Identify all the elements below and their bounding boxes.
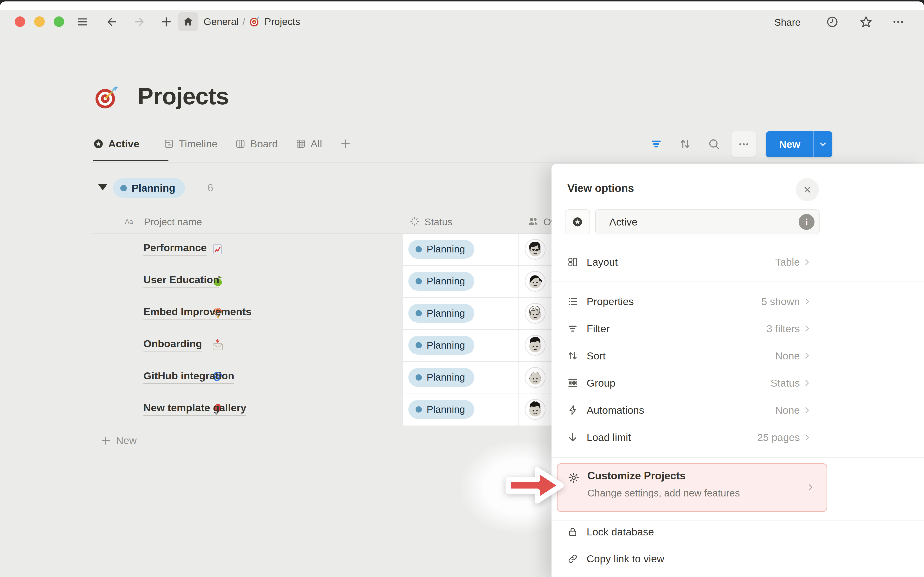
- panel-menu-item-properties[interactable]: Properties 5 shown: [551, 288, 924, 315]
- tab-icon: [163, 138, 174, 149]
- menu-item-value: Table: [775, 256, 800, 268]
- window-close-button[interactable]: [15, 16, 25, 27]
- avatar[interactable]: [525, 335, 546, 356]
- column-header-status[interactable]: Status: [425, 216, 452, 228]
- new-row-label: New: [116, 435, 137, 446]
- status-pill[interactable]: Planning: [408, 336, 474, 355]
- view-tab-timeline[interactable]: Timeline: [163, 138, 218, 150]
- view-name-input[interactable]: Active i: [595, 210, 819, 234]
- menu-item-icon: [567, 323, 578, 334]
- svg-text:Aa: Aa: [125, 218, 133, 225]
- info-icon[interactable]: i: [799, 214, 814, 230]
- view-more-button[interactable]: [732, 131, 756, 157]
- copy-link-item[interactable]: Copy link to view: [551, 545, 924, 572]
- page-icon-target[interactable]: [94, 85, 120, 111]
- panel-menu-item-filter[interactable]: Filter 3 filters: [551, 315, 924, 342]
- customize-projects-item[interactable]: Customize Projects Change settings, add …: [557, 463, 827, 512]
- table-row[interactable]: New template gallery Planning: [91, 393, 594, 425]
- status-pill[interactable]: Planning: [408, 400, 474, 419]
- project-name-link[interactable]: GitHub integration: [144, 370, 234, 384]
- status-label: Planning: [426, 372, 465, 383]
- status-label: Planning: [426, 308, 465, 319]
- sort-toolbar-icon[interactable]: [678, 137, 691, 150]
- panel-menu-item-sort[interactable]: Sort None: [551, 342, 924, 369]
- forward-icon[interactable]: [133, 15, 146, 28]
- view-tab-board[interactable]: Board: [235, 138, 278, 150]
- project-name-link[interactable]: New template gallery: [144, 402, 246, 416]
- avatar[interactable]: [525, 399, 546, 420]
- sidebar-menu-icon[interactable]: [76, 15, 89, 28]
- new-entry-label[interactable]: New: [766, 131, 814, 157]
- chevron-right-icon: [802, 257, 812, 267]
- avatar[interactable]: [525, 367, 546, 388]
- add-view-icon[interactable]: [339, 138, 352, 150]
- avatar[interactable]: [525, 303, 546, 324]
- ellipsis-icon: [738, 138, 750, 150]
- menu-item-icon: [567, 377, 578, 389]
- column-header-project-name[interactable]: Project name: [144, 216, 202, 228]
- breadcrumb-page[interactable]: Projects: [265, 16, 300, 27]
- window-minimize-button[interactable]: [34, 16, 45, 27]
- clock-icon[interactable]: [826, 15, 839, 28]
- project-name-link[interactable]: Performance: [144, 242, 207, 256]
- status-pill[interactable]: Planning: [408, 368, 474, 387]
- table-row[interactable]: GitHub integration Planning: [91, 361, 594, 393]
- page-title: Projects: [137, 83, 229, 110]
- table-new-row-button[interactable]: New: [100, 435, 137, 446]
- status-pill[interactable]: Planning: [408, 272, 474, 291]
- project-name-link[interactable]: User Education: [144, 274, 219, 287]
- notion-window: General / Projects Share Projects Active…: [0, 0, 924, 577]
- view-tab-all[interactable]: All: [295, 138, 322, 150]
- favorite-star-icon[interactable]: [859, 15, 873, 29]
- red-arrow-annotation: [504, 461, 565, 510]
- table-row[interactable]: Onboarding Planning: [91, 329, 594, 361]
- target-icon: [249, 16, 261, 27]
- table-row[interactable]: User Education Planning: [91, 265, 594, 297]
- project-name-link[interactable]: Embed Improvements: [144, 306, 252, 319]
- lock-database-item[interactable]: Lock database: [551, 518, 924, 545]
- tab-label: Board: [250, 138, 278, 150]
- filter-toolbar-icon[interactable]: [650, 137, 663, 150]
- menu-item-label: Properties: [586, 295, 634, 307]
- gear-icon: [568, 472, 580, 484]
- view-tab-active[interactable]: Active: [93, 138, 139, 150]
- panel-menu-item-load-limit[interactable]: Load limit 25 pages: [551, 424, 924, 451]
- chevron-right-icon: [802, 405, 812, 415]
- customize-title: Customize Projects: [587, 470, 685, 482]
- table-row[interactable]: Performance Planning: [91, 233, 594, 265]
- status-dot-icon: [415, 374, 422, 380]
- avatar[interactable]: [525, 271, 546, 292]
- window-zoom-button[interactable]: [54, 16, 64, 27]
- text-property-icon: Aa: [124, 216, 135, 227]
- breadcrumb-section[interactable]: General: [204, 16, 239, 27]
- status-pill[interactable]: Planning: [408, 240, 474, 259]
- new-entry-button[interactable]: New: [766, 131, 832, 157]
- new-entry-dropdown[interactable]: [814, 131, 832, 157]
- search-icon[interactable]: [708, 137, 720, 150]
- status-pill[interactable]: Planning: [408, 304, 474, 322]
- new-page-icon[interactable]: [160, 15, 173, 28]
- lock-database-label: Lock database: [586, 526, 654, 538]
- view-icon-button[interactable]: [565, 210, 590, 234]
- table-row[interactable]: Embed Improvements Planning: [91, 297, 594, 329]
- link-icon: [567, 553, 578, 564]
- group-status-pill[interactable]: Planning: [113, 178, 185, 198]
- panel-divider: [551, 457, 924, 458]
- share-button[interactable]: Share: [774, 17, 801, 28]
- chevron-right-icon: [802, 297, 812, 306]
- panel-menu-item-layout[interactable]: Layout Table: [551, 248, 924, 276]
- chevron-right-icon: [802, 351, 812, 361]
- panel-menu-item-group[interactable]: Group Status: [551, 369, 924, 396]
- home-button[interactable]: [178, 12, 198, 31]
- tabs-divider: [91, 162, 924, 163]
- project-name-link[interactable]: Onboarding: [144, 338, 202, 351]
- avatar[interactable]: [525, 239, 546, 260]
- more-options-icon[interactable]: [892, 15, 905, 28]
- panel-close-button[interactable]: [796, 178, 819, 201]
- menu-item-label: Automations: [586, 404, 644, 416]
- status-dot-icon: [120, 185, 127, 191]
- panel-menu-item-automations[interactable]: Automations None: [551, 396, 924, 424]
- group-collapse-triangle-icon[interactable]: [98, 184, 107, 190]
- menu-item-value: Status: [771, 377, 800, 389]
- back-icon[interactable]: [105, 15, 118, 28]
